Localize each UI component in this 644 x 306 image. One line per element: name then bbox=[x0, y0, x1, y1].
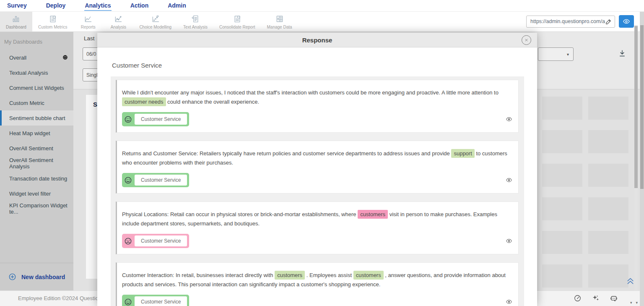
download-icon[interactable] bbox=[618, 50, 626, 59]
nav-item-admin[interactable]: Admin bbox=[167, 1, 187, 11]
date-filter-value: 06/0 bbox=[86, 51, 96, 57]
toolbar-item-label: Choice Modelling bbox=[139, 25, 171, 29]
highlighted-term: customer needs bbox=[122, 97, 166, 106]
sidebar-item-label: OverAll Sentiment Analysis bbox=[9, 157, 73, 170]
sidebar-item-label: Widget level filter bbox=[9, 191, 51, 197]
toolbar-item-consolidate-report[interactable]: Consolidate Report bbox=[213, 12, 261, 31]
view-response-icon[interactable] bbox=[506, 177, 512, 183]
widget-placeholder bbox=[588, 231, 628, 254]
toolbar-items: DashboardCustom MetricsReportsAnalysisCh… bbox=[0, 12, 298, 31]
dashboard-url-field[interactable]: https://admin.questionpro.com/a/co bbox=[526, 16, 615, 28]
toolbar-item-text-analysis[interactable]: Text Analysis bbox=[177, 12, 213, 31]
sidebar-item-label: Transaction date testing bbox=[9, 175, 67, 182]
modal-section-title: Customer Service bbox=[112, 62, 162, 69]
analysis-scatter-icon bbox=[114, 14, 122, 24]
text-analysis-icon bbox=[191, 14, 200, 24]
widget-placeholder-grid bbox=[542, 97, 628, 288]
sad-face-icon bbox=[124, 237, 132, 245]
sentiment-badge: Customer Service bbox=[122, 295, 189, 306]
gauge-icon[interactable] bbox=[574, 294, 582, 303]
widget-placeholder bbox=[542, 164, 582, 187]
toolbar-item-analysis[interactable]: Analysis bbox=[103, 12, 133, 31]
content-scrollbar-thumb[interactable] bbox=[634, 26, 638, 188]
caret-down-icon: ▾ bbox=[567, 52, 569, 57]
toolbar-item-choice-modelling[interactable]: Choice Modelling bbox=[133, 12, 177, 31]
period-label: Last bbox=[84, 35, 95, 42]
edition-text: Employee Edition ©2024 QuestionPro bbox=[18, 295, 110, 301]
sidebar-item-comment-list-widgets[interactable]: Comment List Widgets bbox=[0, 80, 73, 95]
top-nav-items: SurveyDeployAnalyticsActionAdmin bbox=[7, 1, 205, 11]
response-text: Physical Locations: Retail can occur in … bbox=[117, 202, 518, 228]
smiley-face-icon bbox=[124, 176, 132, 184]
sidebar-item-textual-analysis[interactable]: Textual Analysis bbox=[0, 65, 73, 80]
nav-item-deploy[interactable]: Deploy bbox=[46, 1, 66, 11]
plus-circle-icon bbox=[8, 273, 16, 281]
sidebar-item-widget-level-filter[interactable]: Widget level filter bbox=[0, 186, 73, 201]
nav-item-survey[interactable]: Survey bbox=[7, 1, 27, 11]
sidebar-item-sentiment-bubble-chart[interactable]: Sentiment bubble chart bbox=[0, 110, 73, 126]
widget-placeholder bbox=[542, 231, 582, 254]
response-text-segment: Returns and Customer Service: Retailers … bbox=[122, 150, 451, 157]
sidebar-item-label: Overall bbox=[9, 55, 26, 61]
nav-item-analytics[interactable]: Analytics bbox=[84, 1, 111, 11]
sentiment-badge-label: Customer Service bbox=[135, 296, 187, 306]
choice-modelling-icon bbox=[151, 14, 160, 24]
sidebar-item-overall[interactable]: Overall bbox=[0, 50, 73, 65]
sidebar-item-kpi-comparison-widget-te[interactable]: KPI Comparison Widget te... bbox=[0, 201, 73, 216]
toolbar-item-dashboard[interactable]: Dashboard bbox=[0, 12, 32, 31]
toolbar-item-label: Analysis bbox=[111, 25, 126, 29]
pencil-icon[interactable] bbox=[605, 18, 612, 25]
smiley-face-icon bbox=[124, 115, 132, 123]
toolbar-item-manage-data[interactable]: Manage Data bbox=[261, 12, 298, 31]
view-response-icon[interactable] bbox=[506, 238, 512, 244]
sparkles-icon[interactable] bbox=[592, 294, 600, 303]
sidebar-item-transaction-date-testing[interactable]: Transaction date testing bbox=[0, 171, 73, 186]
sidebar-item-heat-map-widget[interactable]: Heat Map widget bbox=[0, 126, 73, 141]
toolbar-item-label: Manage Data bbox=[267, 25, 292, 29]
chatbot-icon[interactable] bbox=[610, 294, 618, 303]
widget-placeholder bbox=[542, 130, 582, 153]
widget-placeholder bbox=[542, 97, 582, 120]
highlighted-term: customers bbox=[353, 271, 384, 280]
widget-placeholder bbox=[542, 197, 582, 220]
view-filter-value: Singl bbox=[86, 72, 98, 78]
sentiment-badge: Customer Service bbox=[122, 173, 189, 187]
sidebar-item-label: OverAll Sentiment bbox=[9, 145, 53, 152]
view-response-icon[interactable] bbox=[506, 298, 512, 305]
sidebar-item-custom-metric[interactable]: Custom Metric bbox=[0, 95, 73, 110]
toolbar-item-reports[interactable]: Reports bbox=[73, 12, 103, 31]
response-text: While I didn't encounter any major issue… bbox=[117, 80, 518, 107]
response-modal-header: Response bbox=[97, 33, 537, 47]
preview-button[interactable] bbox=[619, 15, 634, 28]
window-scrollbar-thumb[interactable] bbox=[640, 25, 644, 189]
toolbar-item-label: Reports bbox=[81, 25, 96, 29]
custom-metrics-icon bbox=[49, 14, 57, 24]
sidebar-item-overall-sentiment[interactable]: OverAll Sentiment bbox=[0, 141, 73, 156]
dashboard-url-text: https://admin.questionpro.com/a/co bbox=[530, 18, 605, 24]
globe-icon bbox=[62, 54, 68, 62]
sentiment-badge-label: Customer Service bbox=[135, 175, 187, 186]
response-modal: Response Customer Service While I didn't… bbox=[97, 33, 537, 306]
widget-placeholder bbox=[588, 164, 628, 187]
widget-dropdown[interactable]: ▾ bbox=[538, 47, 574, 61]
sentiment-badge-label: Customer Service bbox=[135, 114, 187, 125]
sidebar-item-overall-sentiment-analysis[interactable]: OverAll Sentiment Analysis bbox=[0, 156, 73, 171]
widget-placeholder bbox=[588, 97, 628, 120]
view-response-icon[interactable] bbox=[506, 116, 512, 123]
toolbar-item-label: Custom Metrics bbox=[38, 25, 67, 29]
consolidate-report-icon bbox=[233, 14, 242, 24]
double-chevron-up-icon[interactable] bbox=[626, 277, 635, 287]
toolbar-item-custom-metrics[interactable]: Custom Metrics bbox=[32, 12, 73, 31]
response-text-segment: could enhance the overall experience. bbox=[166, 99, 260, 105]
dashboards-sidebar: My Dashboards OverallTextual AnalysisCom… bbox=[0, 32, 73, 290]
sentiment-badge: Customer Service bbox=[122, 112, 189, 126]
response-card: Returns and Customer Service: Retailers … bbox=[116, 141, 519, 194]
new-dashboard-button[interactable]: New dashboard bbox=[0, 263, 73, 290]
content-scrollbar[interactable] bbox=[634, 25, 638, 290]
nav-item-action[interactable]: Action bbox=[130, 1, 149, 11]
response-cards-list: While I didn't encounter any major issue… bbox=[111, 76, 524, 306]
close-icon[interactable] bbox=[522, 35, 531, 45]
response-card: Physical Locations: Retail can occur in … bbox=[116, 201, 519, 254]
sidebar-item-label: Comment List Widgets bbox=[9, 85, 64, 91]
window-scrollbar[interactable] bbox=[640, 12, 644, 306]
